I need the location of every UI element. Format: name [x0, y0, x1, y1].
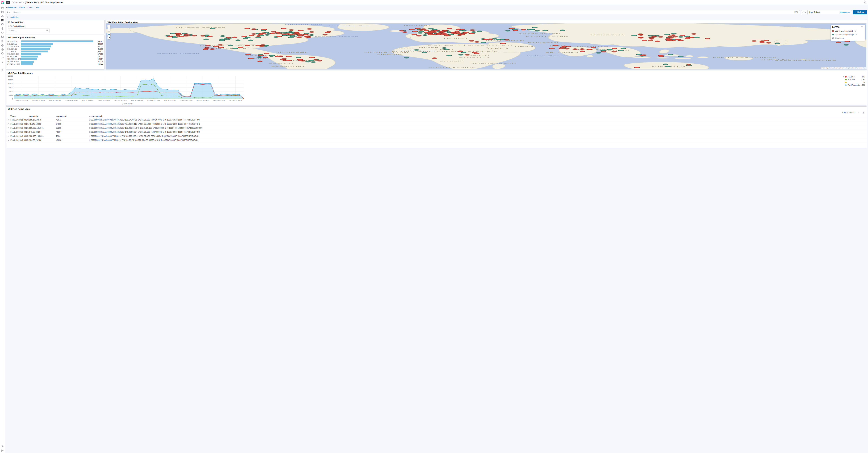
table-header: Time▾ source.ip source.port event.origin… [6, 114, 272, 118]
ip-bar[interactable] [21, 48, 50, 50]
fullscreen-link[interactable]: Full screen [6, 6, 17, 9]
ip-address-label: 172.31.0.6 [7, 51, 21, 53]
map-tools-button[interactable] [107, 36, 111, 39]
ip-count-value: 64,501 [93, 40, 103, 42]
sidebar-item-visualize[interactable] [1, 15, 4, 18]
management-icon [1, 68, 4, 71]
zoom-in-button[interactable] [107, 25, 111, 28]
sidebar-item-apm[interactable] [1, 44, 4, 47]
bar-track [21, 40, 93, 42]
cell-source-ip: 185.175.93.78 [29, 119, 56, 121]
plus-icon [108, 25, 110, 27]
panel-total-requests: VPC Flow Total Requests 2020-01-27 12:00… [6, 71, 272, 105]
clone-link[interactable]: Clone [28, 6, 33, 9]
ip-bar[interactable] [21, 63, 33, 65]
geo-map[interactable]: Hudson BayLabrador SeaNorth Atlantic Oce… [106, 24, 272, 69]
sidebar-item-metrics[interactable] [1, 36, 4, 38]
expand-row-icon[interactable] [6, 119, 10, 121]
ip-address-label: 172.31.6.19 [7, 48, 21, 50]
svg-text:2020-01-30 00:00: 2020-01-30 00:00 [98, 100, 111, 101]
ip-bar[interactable] [21, 58, 37, 60]
stack-monitoring-icon [1, 61, 4, 63]
table-row: Feb 3, 2020 @ 08:26:14.000185.175.93.784… [6, 118, 272, 122]
cell-source-port: 57365 [56, 127, 89, 129]
ip-count-value: 28,319 [93, 43, 103, 45]
svg-text:2020-02-02 12:00: 2020-02-02 12:00 [213, 100, 225, 101]
ip-address-label: 172.31.20.131 [7, 45, 21, 48]
dashboard-icon [1, 19, 4, 22]
bar-track [21, 56, 93, 58]
sidebar-item-recently-viewed[interactable] [1, 6, 4, 9]
table-row: Feb 3, 2020 @ 08:25:25.000194.26.29.1304… [6, 138, 272, 139]
svg-text:2020-01-29 00:00: 2020-01-29 00:00 [65, 100, 78, 101]
ip-bar[interactable] [21, 46, 51, 48]
breadcrumb-separator: / [23, 1, 24, 4]
ip-bar[interactable] [21, 56, 38, 58]
s3-bucket-select[interactable]: Select... [8, 28, 50, 33]
uptime-icon [1, 48, 4, 51]
share-link[interactable]: Share [19, 6, 25, 9]
table-row: Feb 3, 2020 @ 08:26:14.00045.148.10.1155… [6, 122, 272, 126]
ip-count-value: 11,218 [93, 61, 103, 63]
sidebar-item-management[interactable] [1, 68, 4, 71]
zoom-out-button[interactable] [107, 28, 111, 31]
breadcrumb-dashboard-link[interactable]: Dashboard [12, 1, 22, 4]
ip-count-value: 17,859 [93, 53, 103, 55]
column-time[interactable]: Time▾ [10, 115, 29, 117]
sidebar-item-machine-learning[interactable] [1, 31, 4, 34]
ip-address-label: 45.148.10.115 [7, 61, 21, 63]
sidebar-item-stack-monitoring[interactable] [1, 61, 4, 63]
warning-icon [8, 25, 9, 27]
sidebar-item-discover[interactable] [1, 10, 4, 13]
ip-bar[interactable] [21, 51, 48, 53]
fit-to-data-button[interactable] [107, 33, 111, 36]
top-ip-row: 172.31.0.623,877 [7, 50, 103, 53]
svg-text:UNITED STATES: UNITED STATES [176, 27, 226, 28]
svg-text:2020-01-28 12:00: 2020-01-28 12:00 [49, 100, 61, 101]
expand-row-icon[interactable] [6, 135, 10, 137]
sidebar-item-canvas[interactable] [1, 23, 4, 26]
column-event-original[interactable]: event.original [89, 115, 272, 117]
recently-viewed-icon [1, 6, 4, 9]
kibana-logo-icon[interactable] [1, 1, 5, 4]
top-ip-row: 172.31.39.19617,859 [7, 53, 103, 55]
expand-row-icon[interactable] [6, 131, 10, 133]
panel-s3-bucket-filter: S3 Bucket Filter S3 Bucket Names Select.… [6, 20, 104, 34]
sidebar-item-logs[interactable] [1, 40, 4, 42]
svg-text:10,000: 10,000 [8, 83, 13, 85]
sidebar-item-dashboard[interactable] [1, 19, 4, 22]
cell-time: Feb 3, 2020 @ 08:25:25.000 [10, 135, 29, 137]
filter-options-gear-icon[interactable] [6, 16, 8, 18]
svg-text:2020-02-01 12:00: 2020-02-01 12:00 [180, 100, 192, 101]
svg-text:PARAGUAY: PARAGUAY [271, 66, 272, 67]
column-source-port[interactable]: source.port [56, 115, 89, 117]
visualize-icon [1, 15, 4, 18]
svg-text:15,000: 15,000 [8, 75, 13, 77]
ip-count-value: 10,244 [93, 63, 103, 65]
ip-bar[interactable] [21, 61, 34, 63]
svg-text:2020-01-31 00:00: 2020-01-31 00:00 [131, 100, 143, 101]
edit-link[interactable]: Edit [36, 6, 39, 9]
panel-title: VPC Flow Reject Logs [6, 107, 272, 110]
expand-row-icon[interactable] [6, 127, 10, 129]
sidebar-item-siem[interactable] [1, 52, 4, 55]
cell-event-original: 2 627959692251 eni-0602af165e359105f 141… [89, 131, 272, 133]
sidebar-item-dev-tools[interactable] [1, 56, 4, 59]
svg-text:2020-01-30 12:00: 2020-01-30 12:00 [115, 100, 127, 101]
ip-count-value: 27,113 [93, 45, 103, 48]
add-filter-button[interactable]: + Add filter [10, 16, 19, 18]
ip-bar[interactable] [21, 40, 93, 42]
sidebar-item-maps[interactable] [1, 27, 4, 30]
ip-bar[interactable] [21, 43, 53, 45]
cell-event-original: 2 627959692251 eni-0449221fb5c2c1729 183… [89, 135, 272, 137]
panel-reject-logs: VPC Flow Reject Logs 1–50 of 434177 Time… [6, 107, 272, 139]
filter-bar: + Add filter [6, 16, 272, 19]
ip-bar[interactable] [21, 53, 41, 55]
search-input[interactable] [12, 10, 272, 14]
cell-time: Feb 3, 2020 @ 08:26:14.000 [10, 119, 29, 121]
panel-title: S3 Bucket Filter [6, 20, 104, 24]
expand-row-icon[interactable] [6, 123, 10, 125]
saved-query-menu-button[interactable]: # [6, 10, 12, 14]
sidebar-item-uptime[interactable] [1, 48, 4, 51]
column-source-ip[interactable]: source.ip [29, 115, 56, 117]
